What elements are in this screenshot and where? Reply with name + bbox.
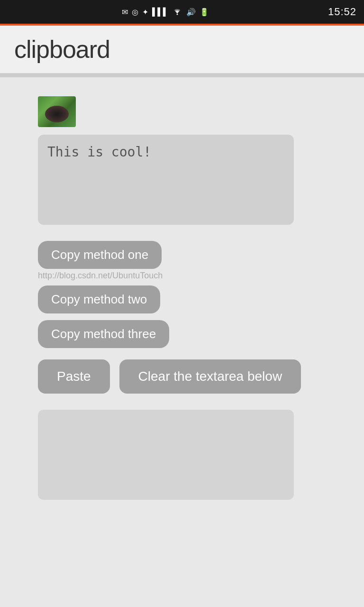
action-buttons-row: Paste Clear the textarea below (38, 359, 326, 400)
gray-divider (0, 74, 364, 77)
mail-icon: ✉ (122, 8, 128, 17)
main-content: This is cool! Copy method one http://blo… (0, 77, 364, 521)
volume-icon: 🔊 (186, 8, 196, 17)
status-icons: ✉ ◎ ✦ ▌▌▌ 🔊 🔋 (8, 7, 323, 17)
app-bar: clipboard (0, 26, 364, 74)
bluetooth-icon: ✦ (142, 8, 148, 17)
app-title: clipboard (14, 35, 350, 64)
battery-icon: 🔋 (200, 8, 209, 17)
copy-buttons-section: Copy method one http://blog.csdn.net/Ubu… (38, 241, 326, 355)
status-bar: ✉ ◎ ✦ ▌▌▌ 🔊 🔋 15:52 (0, 0, 364, 24)
avatar-container (38, 96, 326, 127)
avatar (38, 96, 76, 127)
clear-textarea-button[interactable]: Clear the textarea below (119, 359, 301, 394)
signal-icon: ▌▌▌ (152, 8, 168, 16)
location-icon: ◎ (132, 8, 138, 17)
copy-method-one-button[interactable]: Copy method one (38, 241, 162, 269)
watermark-text: http://blog.csdn.net/UbuntuTouch (38, 271, 163, 281)
source-textarea[interactable]: This is cool! (38, 135, 294, 225)
svg-point-0 (176, 14, 178, 15)
wifi-icon (172, 7, 182, 17)
copy-method-two-button[interactable]: Copy method two (38, 285, 160, 313)
copy-method-three-button[interactable]: Copy method three (38, 320, 169, 348)
status-time: 15:52 (328, 6, 356, 18)
destination-textarea[interactable] (38, 410, 294, 500)
paste-button[interactable]: Paste (38, 359, 110, 394)
